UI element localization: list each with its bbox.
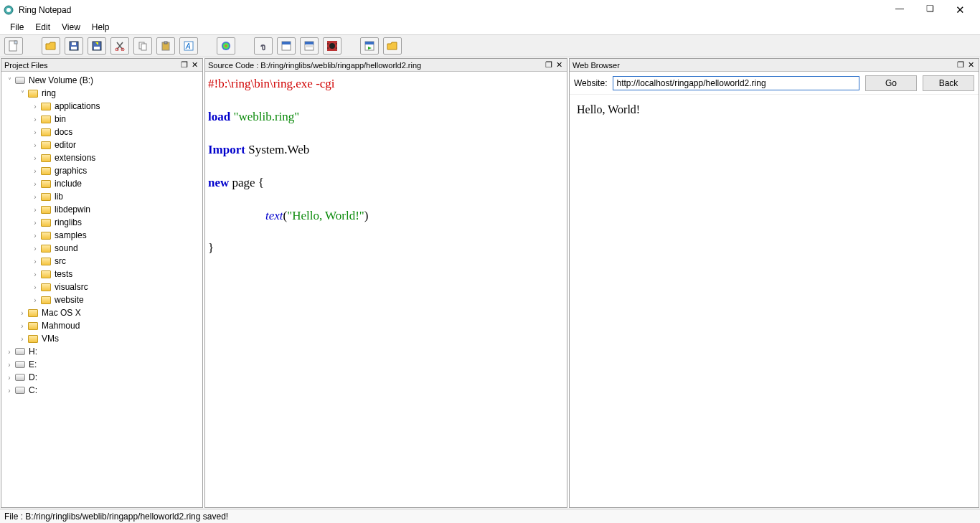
menu-edit[interactable]: Edit xyxy=(31,21,55,34)
brace-close: } xyxy=(208,241,214,255)
code-editor[interactable]: #!b:\ring\bin\ring.exe -cgi load "weblib… xyxy=(205,72,567,507)
color-button[interactable] xyxy=(217,37,235,55)
expand-arrow-icon[interactable]: › xyxy=(30,283,40,291)
tree-item-src[interactable]: ›src xyxy=(3,255,201,268)
tree-item-graphics[interactable]: ›graphics xyxy=(3,164,201,177)
tree-item-mac-os-x[interactable]: ›Mac OS X xyxy=(3,306,201,319)
drive-icon xyxy=(14,359,26,370)
folder-icon xyxy=(27,333,39,344)
tree-item-include[interactable]: ›include xyxy=(3,177,201,190)
menu-file[interactable]: File xyxy=(6,21,28,34)
tree-drive-C[interactable]: ›C: xyxy=(3,384,201,397)
run-button[interactable] xyxy=(360,37,379,55)
expand-arrow-icon[interactable]: › xyxy=(30,167,40,175)
tree-item-extensions[interactable]: ›extensions xyxy=(3,151,201,164)
expand-arrow-icon[interactable]: › xyxy=(17,322,27,330)
expand-arrow-icon[interactable]: ˅ xyxy=(17,90,27,98)
expand-arrow-icon[interactable]: › xyxy=(30,193,40,201)
back-button[interactable]: Back xyxy=(923,75,974,91)
menu-view[interactable]: View xyxy=(57,21,85,34)
saveas-button[interactable] xyxy=(88,37,106,55)
font-button[interactable]: A xyxy=(179,37,198,55)
tree-label: libdepwin xyxy=(55,204,90,215)
tree-item-visualsrc[interactable]: ›visualsrc xyxy=(3,281,201,293)
expand-arrow-icon[interactable]: › xyxy=(30,116,40,123)
tree-ring[interactable]: ˅ring xyxy=(3,87,201,100)
tree-label: tests xyxy=(55,269,72,279)
expand-arrow-icon[interactable]: › xyxy=(30,232,40,240)
panel-project-files: Project Files ❐ ✕ ˅New Volume (B:)˅ring›… xyxy=(1,58,203,508)
expand-arrow-icon[interactable]: › xyxy=(4,348,14,356)
panel-close-icon[interactable]: ✕ xyxy=(189,60,199,70)
expand-arrow-icon[interactable]: › xyxy=(17,309,27,317)
expand-arrow-icon[interactable]: › xyxy=(4,374,14,382)
expand-arrow-icon[interactable]: › xyxy=(30,206,40,214)
expand-arrow-icon[interactable]: ˅ xyxy=(4,77,14,85)
tree-label: applications xyxy=(55,101,100,111)
maximize-button[interactable]: ❏ xyxy=(921,4,938,17)
expand-arrow-icon[interactable]: › xyxy=(30,258,40,265)
expand-arrow-icon[interactable]: › xyxy=(30,296,40,304)
bug-button[interactable] xyxy=(323,37,341,55)
tree-item-vms[interactable]: ›VMs xyxy=(3,332,201,345)
save-button[interactable] xyxy=(65,37,83,55)
tree-drive-H[interactable]: ›H: xyxy=(3,345,201,358)
svg-point-24 xyxy=(329,43,335,49)
minimize-button[interactable]: — xyxy=(891,4,908,17)
expand-arrow-icon[interactable]: › xyxy=(30,245,40,253)
open-button[interactable] xyxy=(42,37,60,55)
expand-arrow-icon[interactable]: › xyxy=(30,141,40,149)
tree-item-docs[interactable]: ›docs xyxy=(3,126,201,138)
panel-float-icon[interactable]: ❐ xyxy=(544,60,554,70)
tree-root[interactable]: ˅New Volume (B:) xyxy=(3,74,201,87)
tree-item-applications[interactable]: ›applications xyxy=(3,100,201,113)
drive-icon xyxy=(14,385,26,396)
new-file-button[interactable] xyxy=(4,37,23,55)
tree-item-samples[interactable]: ›samples xyxy=(3,229,201,242)
panel-float-icon[interactable]: ❐ xyxy=(179,60,189,70)
expand-arrow-icon[interactable]: › xyxy=(30,103,40,110)
expand-arrow-icon[interactable]: › xyxy=(17,335,27,343)
tree-drive-D[interactable]: ›D: xyxy=(3,371,201,384)
expand-arrow-icon[interactable]: › xyxy=(30,270,40,278)
expand-arrow-icon[interactable]: › xyxy=(4,387,14,395)
copy-button[interactable] xyxy=(133,37,152,55)
tree-label: samples xyxy=(55,230,87,240)
expand-arrow-icon[interactable]: › xyxy=(4,361,14,369)
tree-item-sound[interactable]: ›sound xyxy=(3,242,201,255)
menu-help[interactable]: Help xyxy=(88,21,114,34)
panel-close-icon[interactable]: ✕ xyxy=(554,60,564,70)
expand-arrow-icon[interactable]: › xyxy=(30,219,40,227)
svg-rect-5 xyxy=(71,47,77,50)
tree-item-mahmoud[interactable]: ›Mahmoud xyxy=(3,319,201,332)
open-folder-button[interactable] xyxy=(383,37,402,55)
tree-drive-E[interactable]: ›E: xyxy=(3,358,201,371)
tree-item-ringlibs[interactable]: ›ringlibs xyxy=(3,216,201,229)
tree-item-bin[interactable]: ›bin xyxy=(3,113,201,126)
tree-item-tests[interactable]: ›tests xyxy=(3,268,201,281)
tree-item-lib[interactable]: ›lib xyxy=(3,190,201,203)
expand-arrow-icon[interactable]: › xyxy=(30,180,40,188)
website-label: Website: xyxy=(574,78,607,88)
panel-header-browser[interactable]: Web Browser ❐ ✕ xyxy=(570,59,979,72)
panel-close-icon[interactable]: ✕ xyxy=(966,60,976,70)
cut-button[interactable] xyxy=(110,37,129,55)
drive-icon xyxy=(14,346,26,357)
view1-button[interactable] xyxy=(277,37,296,55)
paste-button[interactable] xyxy=(156,37,175,55)
tree-item-editor[interactable]: ›editor xyxy=(3,138,201,151)
panel-header-project[interactable]: Project Files ❐ ✕ xyxy=(1,59,202,72)
go-button[interactable]: Go xyxy=(865,75,917,91)
expand-arrow-icon[interactable]: › xyxy=(30,154,40,162)
folder-icon xyxy=(27,320,39,331)
view2-button[interactable] xyxy=(300,37,319,55)
tree-item-libdepwin[interactable]: ›libdepwin xyxy=(3,203,201,216)
website-input[interactable] xyxy=(613,76,859,90)
expand-arrow-icon[interactable]: › xyxy=(30,128,40,136)
clip-button[interactable] xyxy=(254,37,273,55)
close-button[interactable]: ✕ xyxy=(951,4,969,17)
panel-header-source[interactable]: Source Code : B:/ring/ringlibs/weblib/ri… xyxy=(205,59,567,72)
panel-float-icon[interactable]: ❐ xyxy=(956,60,966,70)
project-tree[interactable]: ˅New Volume (B:)˅ring›applications›bin›d… xyxy=(1,72,202,507)
tree-item-website[interactable]: ›website xyxy=(3,293,201,306)
